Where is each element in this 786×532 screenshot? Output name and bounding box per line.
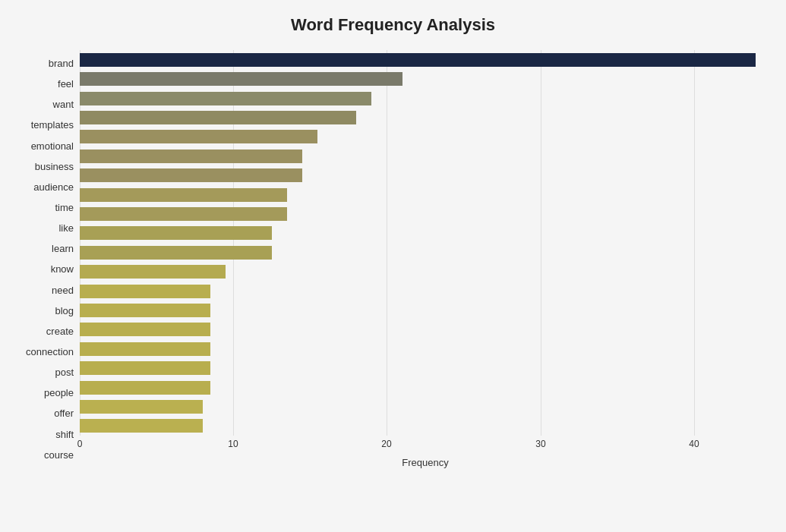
y-label: business [35, 162, 74, 172]
bar-row [80, 127, 771, 146]
x-tick: 20 [381, 439, 391, 449]
bar [80, 207, 287, 221]
bar [80, 246, 272, 260]
y-label: feel [58, 79, 74, 89]
y-label: create [46, 326, 74, 336]
chart-area: brandfeelwanttemplatesemotionalbusinessa… [15, 50, 771, 468]
y-axis: brandfeelwanttemplatesemotionalbusinessa… [15, 50, 80, 468]
bar [80, 419, 203, 433]
chart-container: Word Frequency Analysis brandfeelwanttem… [0, 0, 786, 532]
y-label: people [44, 388, 74, 398]
bar [80, 226, 272, 240]
bar-row [80, 301, 771, 320]
x-ticks: 010203040 [80, 439, 771, 454]
x-tick: 0 [77, 439, 83, 449]
y-label: course [44, 450, 74, 460]
bar [80, 285, 210, 298]
bar-row [80, 359, 771, 378]
y-label: emotional [31, 141, 74, 151]
y-label: audience [33, 182, 74, 192]
y-label: offer [54, 408, 74, 418]
bar-row [80, 417, 771, 436]
bar-row [80, 243, 771, 262]
bar [80, 361, 210, 375]
x-axis-label: Frequency [80, 457, 771, 468]
bar [80, 342, 210, 356]
bar-row [80, 224, 771, 243]
bar-row [80, 378, 771, 397]
bars-wrapper [80, 50, 771, 436]
bar-row [80, 397, 771, 416]
bar [80, 168, 302, 182]
bar [80, 381, 210, 395]
bar [80, 150, 302, 163]
y-label: know [51, 264, 74, 274]
y-label: like [58, 223, 74, 233]
plot-area: 010203040 Frequency [80, 50, 771, 468]
y-label: post [55, 367, 74, 377]
bar [80, 304, 210, 317]
bar [80, 53, 756, 67]
bar-row [80, 50, 771, 69]
x-tick: 40 [689, 439, 699, 449]
y-label: want [53, 99, 74, 109]
bar [80, 323, 210, 336]
bar-row [80, 185, 771, 204]
bar-row [80, 89, 771, 108]
bar [80, 92, 371, 105]
bar-row [80, 165, 771, 184]
bar [80, 188, 287, 202]
bar-row [80, 262, 771, 281]
y-label: shift [55, 430, 74, 439]
y-label: templates [31, 120, 74, 130]
x-tick: 30 [535, 439, 545, 449]
y-label: time [55, 203, 74, 212]
y-label: connection [26, 347, 74, 357]
bar-row [80, 204, 771, 223]
bar-row [80, 69, 771, 88]
y-label: learn [52, 244, 74, 253]
y-label: blog [55, 306, 74, 316]
bar [80, 130, 317, 143]
bar [80, 265, 226, 279]
y-label: brand [49, 58, 74, 68]
bar [80, 400, 203, 414]
bar-row [80, 108, 771, 127]
bar-row [80, 282, 771, 301]
x-tick: 10 [228, 439, 238, 449]
y-label: need [52, 285, 74, 295]
chart-title: Word Frequency Analysis [15, 15, 771, 35]
bar-row [80, 320, 771, 339]
bar [80, 111, 356, 124]
bar-row [80, 146, 771, 165]
x-axis: 010203040 Frequency [80, 439, 771, 468]
bar-row [80, 339, 771, 358]
bar [80, 72, 402, 86]
